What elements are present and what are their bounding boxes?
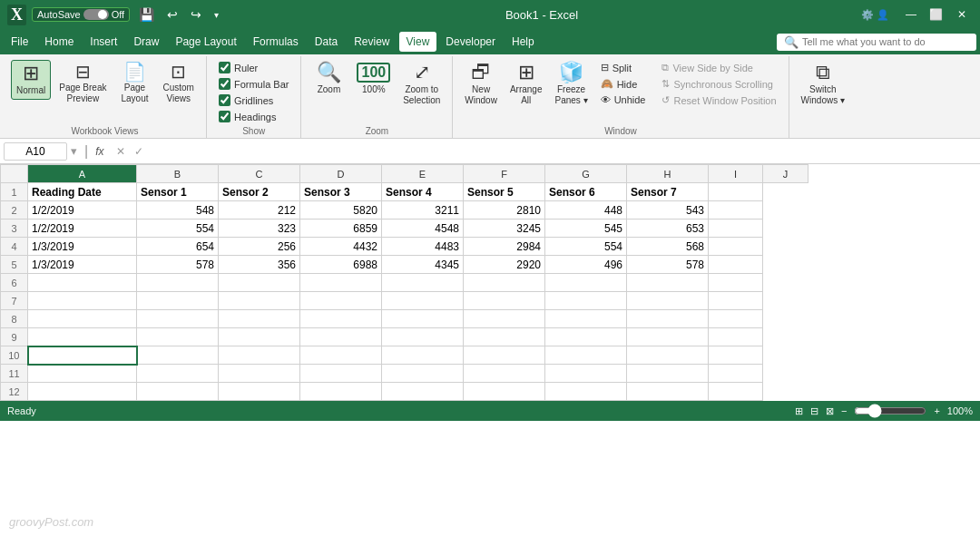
freeze-panes-btn[interactable]: 🧊 FreezePanes ▾ (550, 60, 592, 109)
name-box-arrow[interactable]: ▾ (71, 144, 77, 158)
cell[interactable] (709, 383, 763, 401)
cell[interactable] (382, 292, 464, 310)
cell[interactable] (28, 310, 137, 328)
confirm-formula-btn[interactable]: ✓ (134, 145, 143, 158)
cell[interactable]: 1/3/2019 (28, 256, 137, 274)
cell[interactable] (545, 274, 627, 292)
page-layout-view-status[interactable]: ⊟ (810, 405, 818, 417)
switch-windows-btn[interactable]: ⧉ SwitchWindows ▾ (797, 60, 849, 109)
cell[interactable] (709, 238, 763, 256)
cell[interactable]: 578 (137, 256, 219, 274)
row-num-12[interactable]: 12 (1, 383, 28, 401)
cell[interactable] (382, 365, 464, 383)
cell[interactable] (709, 183, 763, 201)
row-num-11[interactable]: 11 (1, 365, 28, 383)
row-num-6[interactable]: 6 (1, 274, 28, 292)
redo-qat-btn[interactable]: ↪ (187, 5, 205, 24)
cell[interactable]: 256 (219, 238, 300, 256)
cell[interactable] (709, 256, 763, 274)
cell[interactable] (464, 310, 545, 328)
cell[interactable] (545, 383, 627, 401)
zoom-level[interactable]: 100% (947, 405, 973, 416)
cell[interactable] (464, 274, 545, 292)
cell[interactable] (137, 274, 219, 292)
zoom-minus-btn[interactable]: − (841, 405, 847, 416)
headings-checkbox-label[interactable]: Headings (214, 109, 294, 124)
ruler-checkbox[interactable] (219, 62, 230, 73)
zoom-btn[interactable]: 🔍 Zoom (309, 60, 348, 98)
cell[interactable] (382, 346, 464, 365)
cell[interactable]: 323 (219, 219, 300, 238)
zoom-plus-btn[interactable]: + (934, 405, 939, 416)
cell[interactable] (219, 328, 300, 346)
zoom-selection-btn[interactable]: ⤢ Zoom toSelection (398, 60, 445, 109)
cell[interactable] (137, 328, 219, 346)
sync-scroll-btn[interactable]: ⇅ Synchronous Scrolling (657, 76, 780, 92)
menu-data[interactable]: Data (308, 32, 345, 52)
row-num-10[interactable]: 10 (1, 346, 28, 365)
custom-views-btn[interactable]: ⊡ CustomViews (159, 60, 199, 107)
menu-formulas[interactable]: Formulas (246, 32, 306, 52)
gridlines-checkbox[interactable] (219, 94, 230, 106)
row-num-4[interactable]: 4 (1, 238, 28, 256)
view-side-by-side-btn[interactable]: ⧉ View Side by Side (657, 60, 780, 75)
col-hdr-B[interactable]: B (137, 165, 219, 183)
cell[interactable] (709, 346, 763, 365)
cell[interactable] (709, 310, 763, 328)
cell[interactable] (709, 274, 763, 292)
col-hdr-E[interactable]: E (382, 165, 464, 183)
cell[interactable]: 4548 (382, 219, 464, 238)
col-hdr-G[interactable]: G (545, 165, 627, 183)
cell[interactable] (545, 346, 627, 365)
cell[interactable] (709, 201, 763, 219)
arrange-all-btn[interactable]: ⊞ ArrangeAll (505, 60, 547, 109)
cell[interactable] (464, 383, 545, 401)
page-layout-btn[interactable]: 📄 PageLayout (115, 60, 155, 107)
cell[interactable]: 1/2/2019 (28, 219, 137, 238)
headings-checkbox[interactable] (219, 111, 230, 122)
cell[interactable] (219, 365, 300, 383)
menu-home[interactable]: Home (37, 32, 81, 52)
cell[interactable]: 653 (627, 219, 709, 238)
cell[interactable]: 578 (627, 256, 709, 274)
cell[interactable]: 545 (545, 219, 627, 238)
cell[interactable] (709, 219, 763, 238)
formula-input[interactable] (150, 145, 977, 158)
page-break-btn[interactable]: ⊟ Page BreakPreview (54, 60, 111, 107)
cell[interactable] (137, 310, 219, 328)
cell[interactable]: 1/2/2019 (28, 201, 137, 219)
col-hdr-H[interactable]: H (627, 165, 709, 183)
cell[interactable]: 6859 (300, 219, 382, 238)
cell[interactable]: 1/3/2019 (28, 238, 137, 256)
gridlines-checkbox-label[interactable]: Gridlines (214, 93, 294, 108)
cell[interactable] (545, 310, 627, 328)
cell[interactable]: 554 (545, 238, 627, 256)
col-hdr-F[interactable]: F (464, 165, 545, 183)
cell[interactable] (464, 365, 545, 383)
cell[interactable] (382, 383, 464, 401)
cell[interactable] (28, 383, 137, 401)
cell[interactable] (464, 292, 545, 310)
cell[interactable]: 4483 (382, 238, 464, 256)
cell[interactable] (627, 310, 709, 328)
cell[interactable] (709, 328, 763, 346)
save-qat-btn[interactable]: 💾 (135, 5, 158, 24)
cell[interactable] (219, 310, 300, 328)
cell[interactable] (382, 328, 464, 346)
col-hdr-A[interactable]: A (28, 165, 137, 183)
cell[interactable] (464, 328, 545, 346)
cell[interactable]: 3211 (382, 201, 464, 219)
cell[interactable]: 3245 (464, 219, 545, 238)
ruler-checkbox-label[interactable]: Ruler (214, 60, 294, 75)
cell[interactable] (28, 292, 137, 310)
minimize-btn[interactable]: — (900, 4, 922, 25)
cell[interactable] (300, 328, 382, 346)
cell[interactable] (28, 365, 137, 383)
menu-insert[interactable]: Insert (83, 32, 124, 52)
reset-window-pos-btn[interactable]: ↺ Reset Window Position (657, 93, 780, 108)
cell[interactable] (219, 292, 300, 310)
unhide-btn[interactable]: 👁 Unhide (596, 93, 651, 107)
row-num-3[interactable]: 3 (1, 219, 28, 238)
menu-draw[interactable]: Draw (126, 32, 166, 52)
cell[interactable]: 2984 (464, 238, 545, 256)
